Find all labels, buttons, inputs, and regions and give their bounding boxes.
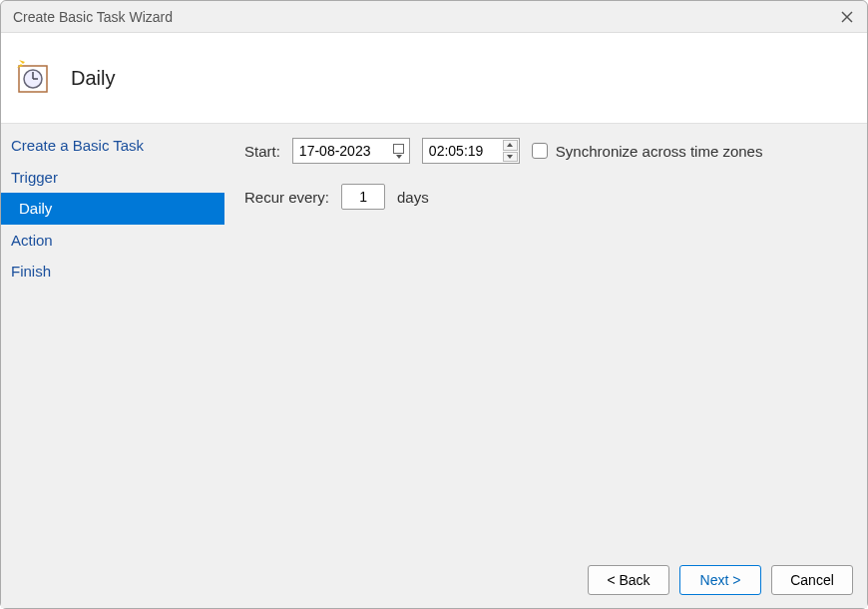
start-time-wrap — [422, 138, 520, 164]
sync-timezones-option[interactable]: Synchronize across time zones — [532, 143, 763, 160]
cancel-button[interactable]: Cancel — [771, 565, 853, 595]
wizard-window: Create Basic Task Wizard Daily Create a … — [0, 0, 868, 609]
recur-unit-label: days — [397, 189, 429, 206]
back-button[interactable]: < Back — [588, 565, 669, 595]
time-spinner[interactable] — [503, 140, 518, 162]
wizard-steps-sidebar: Create a Basic Task Trigger Daily Action… — [1, 124, 224, 552]
calendar-dropdown-icon[interactable] — [390, 141, 408, 161]
wizard-footer: < Back Next > Cancel — [1, 552, 867, 608]
close-icon[interactable] — [839, 9, 855, 25]
content-area: Create a Basic Task Trigger Daily Action… — [1, 123, 867, 552]
recur-row: Recur every: days — [244, 184, 847, 210]
start-label: Start: — [244, 143, 280, 160]
spinner-down-icon[interactable] — [503, 152, 518, 163]
page-title: Daily — [71, 67, 115, 90]
sidebar-item-finish[interactable]: Finish — [1, 256, 224, 288]
sync-timezones-label: Synchronize across time zones — [556, 143, 763, 160]
titlebar: Create Basic Task Wizard — [1, 1, 867, 33]
spinner-up-icon[interactable] — [503, 140, 518, 151]
task-scheduler-icon — [15, 60, 51, 96]
sidebar-item-trigger[interactable]: Trigger — [1, 162, 224, 194]
sidebar-item-daily[interactable]: Daily — [1, 193, 224, 225]
recur-label: Recur every: — [244, 189, 329, 206]
start-date-wrap — [292, 138, 410, 164]
sync-timezones-checkbox[interactable] — [532, 143, 548, 159]
wizard-header: Daily — [1, 33, 867, 123]
main-panel: Start: Synchroni — [224, 124, 867, 552]
sidebar-item-action[interactable]: Action — [1, 225, 224, 257]
recur-every-input[interactable] — [341, 184, 385, 210]
next-button[interactable]: Next > — [679, 565, 761, 595]
window-title: Create Basic Task Wizard — [13, 9, 173, 25]
sidebar-item-create-basic-task[interactable]: Create a Basic Task — [1, 130, 224, 162]
start-row: Start: Synchroni — [244, 138, 847, 164]
